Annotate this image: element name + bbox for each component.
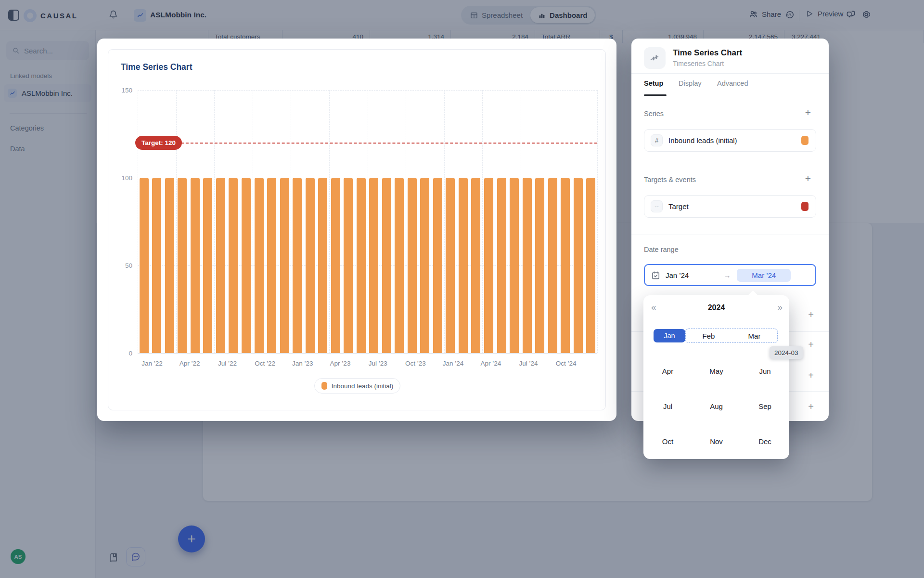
- add-target-button[interactable]: +: [803, 173, 813, 184]
- month-feb[interactable]: Feb: [686, 329, 732, 342]
- target-color-swatch[interactable]: [801, 202, 808, 211]
- bar-18[interactable]: [369, 178, 378, 353]
- bar-35[interactable]: [586, 178, 595, 353]
- month-aug[interactable]: Aug: [692, 399, 741, 413]
- series-item[interactable]: # Inbound leads (initial): [644, 129, 816, 152]
- bar-4[interactable]: [191, 178, 200, 353]
- target-line: Target: 120: [138, 143, 597, 144]
- bar-3[interactable]: [178, 178, 187, 353]
- month-nov[interactable]: Nov: [692, 434, 741, 448]
- add-item-button[interactable]: +: [806, 370, 816, 381]
- panel-divider: [631, 73, 829, 74]
- bar-26[interactable]: [471, 178, 480, 353]
- legend-label: Inbound leads (initial): [332, 382, 393, 390]
- bar-25[interactable]: [459, 178, 468, 353]
- month-row: OctNovDec: [643, 434, 789, 448]
- bar-5[interactable]: [203, 178, 212, 353]
- bar-28[interactable]: [497, 178, 506, 353]
- chart-title: Time Series Chart: [121, 62, 192, 72]
- arrow-right-icon: →: [723, 271, 731, 279]
- add-item-button[interactable]: +: [806, 339, 816, 350]
- bar-13[interactable]: [306, 178, 315, 353]
- bar-34[interactable]: [574, 178, 583, 353]
- legend-item[interactable]: Inbound leads (initial): [314, 378, 400, 394]
- bar-22[interactable]: [420, 178, 429, 353]
- panel-header: Time Series Chart Timeseries Chart: [644, 47, 742, 69]
- bar-16[interactable]: [344, 178, 353, 353]
- grid-line: [138, 90, 138, 353]
- selected-range-box: FebMar: [685, 328, 778, 343]
- bar-31[interactable]: [535, 178, 544, 353]
- year-label: 2024: [643, 303, 789, 312]
- chart-card: Time Series Chart 050100150Target: 120Ja…: [108, 49, 606, 410]
- x-axis-tick: Oct ’24: [546, 360, 586, 367]
- bar-15[interactable]: [331, 178, 340, 353]
- grid-line: [329, 90, 330, 353]
- series-color-swatch[interactable]: [801, 136, 808, 145]
- grid-line: [138, 353, 597, 354]
- month-jun[interactable]: Jun: [741, 364, 789, 378]
- month-dec[interactable]: Dec: [741, 434, 789, 448]
- date-end-value[interactable]: Mar ’24: [737, 269, 791, 282]
- date-start-value[interactable]: Jan ’24: [666, 271, 689, 279]
- month-sep[interactable]: Sep: [741, 399, 789, 413]
- next-year-button[interactable]: »: [777, 302, 782, 313]
- bar-8[interactable]: [242, 178, 251, 353]
- add-series-button[interactable]: +: [803, 107, 813, 118]
- add-item-button[interactable]: +: [806, 401, 816, 412]
- date-range-label: Date range: [644, 246, 679, 253]
- target-item[interactable]: -- Target: [644, 195, 816, 218]
- dash-icon: --: [651, 200, 663, 212]
- bar-12[interactable]: [293, 178, 302, 353]
- bar-9[interactable]: [255, 178, 264, 353]
- bar-32[interactable]: [548, 178, 557, 353]
- y-axis-tick: 0: [103, 350, 132, 357]
- active-tab-underline: [644, 94, 667, 96]
- date-range-input[interactable]: Jan ’24 → Mar ’24: [644, 264, 816, 286]
- bar-24[interactable]: [446, 178, 455, 353]
- x-axis-tick: Oct ’22: [245, 360, 285, 367]
- bar-14[interactable]: [318, 178, 327, 353]
- tab-setup[interactable]: Setup: [644, 79, 663, 87]
- bar-19[interactable]: [382, 178, 391, 353]
- month-apr[interactable]: Apr: [643, 364, 692, 378]
- month-mar[interactable]: Mar: [732, 329, 777, 342]
- bar-29[interactable]: [510, 178, 519, 353]
- bar-20[interactable]: [395, 178, 404, 353]
- panel-divider: [631, 165, 829, 165]
- month-jul[interactable]: Jul: [643, 399, 692, 413]
- date-picker-popup: « 2024 » Jan FebMar AprMayJun JulAugSep …: [643, 295, 789, 459]
- y-axis-tick: 150: [103, 87, 132, 94]
- bar-7[interactable]: [229, 178, 238, 353]
- bar-27[interactable]: [484, 178, 493, 353]
- add-item-button[interactable]: +: [806, 309, 816, 320]
- bar-0[interactable]: [140, 178, 149, 353]
- bar-2[interactable]: [165, 178, 174, 353]
- tab-advanced[interactable]: Advanced: [717, 79, 748, 87]
- bar-1[interactable]: [152, 178, 161, 353]
- x-axis-tick: Jan ’24: [433, 360, 474, 367]
- x-axis-tick: Oct ’23: [395, 360, 436, 367]
- bar-23[interactable]: [433, 178, 442, 353]
- bar-21[interactable]: [408, 178, 417, 353]
- grid-line: [291, 90, 291, 353]
- bar-11[interactable]: [280, 178, 289, 353]
- bar-6[interactable]: [216, 178, 225, 353]
- series-section-label: Series: [644, 110, 664, 118]
- month-oct[interactable]: Oct: [643, 434, 692, 448]
- panel-title: Time Series Chart: [673, 48, 742, 58]
- chart-legend: Inbound leads (initial): [108, 378, 606, 394]
- timeseries-chart-icon: [644, 47, 666, 69]
- panel-divider: [631, 235, 829, 235]
- month-jan-selected[interactable]: Jan: [654, 329, 685, 342]
- chart-plot-area: 050100150Target: 120Jan ’22Apr ’22Jul ’2…: [138, 90, 597, 353]
- bar-17[interactable]: [357, 178, 366, 353]
- month-may[interactable]: May: [692, 364, 741, 378]
- bar-10[interactable]: [267, 178, 276, 353]
- chart-modal: Time Series Chart 050100150Target: 120Ja…: [97, 39, 616, 421]
- number-hash-icon: #: [651, 134, 663, 146]
- tab-display[interactable]: Display: [679, 79, 702, 87]
- bar-33[interactable]: [561, 178, 570, 353]
- target-label-pill[interactable]: Target: 120: [135, 136, 182, 150]
- bar-30[interactable]: [523, 178, 532, 353]
